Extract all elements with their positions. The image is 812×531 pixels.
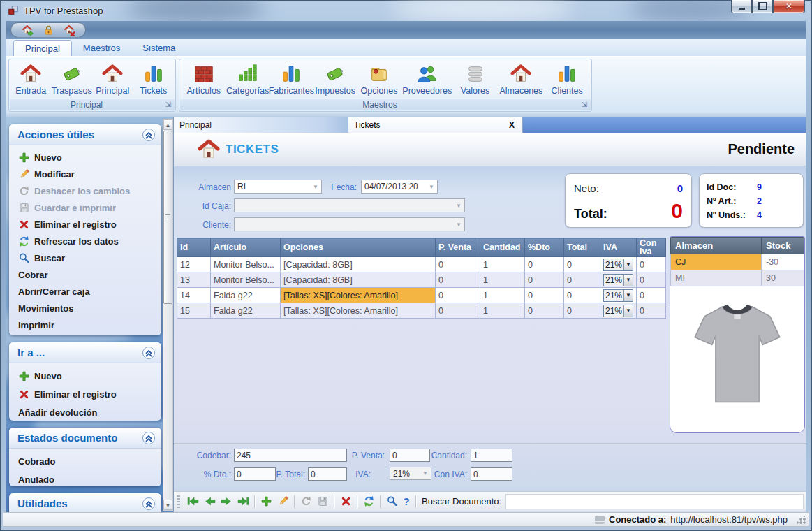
edit-record-button[interactable] bbox=[276, 495, 290, 509]
column-header-id[interactable]: Id bbox=[177, 238, 211, 257]
dialog-launcher-icon[interactable] bbox=[580, 100, 589, 110]
id-caja-combo[interactable] bbox=[234, 198, 465, 212]
cell-cantidad[interactable]: 1 bbox=[480, 303, 525, 319]
lock-icon[interactable] bbox=[43, 24, 54, 36]
chevron-down-icon[interactable] bbox=[623, 259, 633, 270]
sidebar-item-imprimir[interactable]: Imprimir bbox=[9, 317, 161, 333]
cell-cantidad[interactable]: 1 bbox=[480, 288, 525, 303]
column-header-pventa[interactable]: P. Venta bbox=[436, 238, 480, 257]
delete-record-button[interactable] bbox=[339, 495, 353, 509]
panel-header[interactable]: Ir a ... bbox=[9, 342, 161, 363]
close-button[interactable] bbox=[773, 0, 805, 13]
sidebar-item-cobrar[interactable]: Cobrar bbox=[9, 266, 161, 283]
ribbon-button-articulos[interactable]: Artículos bbox=[183, 61, 225, 99]
cell-total[interactable]: 0 bbox=[564, 303, 600, 319]
column-header-articulo[interactable]: Artículo bbox=[211, 238, 281, 257]
cell-id[interactable]: 12 bbox=[177, 257, 211, 272]
scroll-up-icon[interactable] bbox=[163, 119, 172, 130]
cell-opciones-selected[interactable]: [Tallas: XS][Colores: Amarillo] bbox=[281, 288, 436, 303]
cell-dto[interactable]: 0 bbox=[525, 257, 564, 272]
p-total-input[interactable] bbox=[308, 467, 347, 481]
cell-id[interactable]: 15 bbox=[177, 303, 211, 319]
column-header-opciones[interactable]: Opciones bbox=[281, 238, 436, 257]
search-document-input[interactable] bbox=[505, 494, 804, 509]
cell-id[interactable]: 13 bbox=[177, 272, 211, 288]
cell-p-venta[interactable]: 0 bbox=[436, 303, 480, 319]
undo-button[interactable] bbox=[299, 495, 313, 509]
ribbon-button-entrada[interactable]: Entrada bbox=[10, 61, 52, 99]
help-icon[interactable]: ? bbox=[400, 495, 413, 507]
chevron-down-icon[interactable] bbox=[623, 305, 633, 317]
add-record-button[interactable] bbox=[259, 495, 273, 509]
stock-cell-almacen[interactable]: MI bbox=[671, 270, 762, 286]
sidebar-item-modificar[interactable]: Modificar bbox=[9, 166, 161, 182]
cell-con-iva[interactable]: 0 bbox=[637, 272, 666, 288]
last-record-button[interactable] bbox=[236, 495, 250, 509]
cell-opciones[interactable]: [Tallas: XS][Colores: Amarillo] bbox=[281, 303, 436, 319]
ribbon-button-traspasos[interactable]: Traspasos bbox=[52, 61, 93, 99]
sidebar-scrollbar[interactable] bbox=[163, 119, 173, 511]
cell-opciones[interactable]: [Capacidad: 8GB] bbox=[281, 257, 436, 272]
ribbon-button-proveedores[interactable]: Proveedores bbox=[402, 61, 452, 99]
cell-cantidad[interactable]: 1 bbox=[480, 257, 525, 272]
column-header-iva[interactable]: IVA bbox=[600, 238, 637, 257]
collapse-chevron-icon[interactable] bbox=[142, 497, 156, 511]
sidebar-item-cobrado[interactable]: Cobrado bbox=[9, 452, 161, 470]
cell-dto[interactable]: 0 bbox=[525, 288, 564, 303]
ribbon-button-opciones[interactable]: Opciones bbox=[358, 61, 400, 99]
chevron-down-icon[interactable] bbox=[623, 275, 633, 286]
chevron-down-icon[interactable] bbox=[623, 290, 633, 301]
sidebar-item-eliminar-ir[interactable]: Eliminar el registro bbox=[9, 385, 161, 403]
cell-total[interactable]: 0 bbox=[564, 257, 600, 272]
cell-con-iva[interactable]: 0 bbox=[637, 303, 666, 319]
cell-articulo[interactable]: Monitor Belso... bbox=[211, 257, 281, 272]
cell-p-venta[interactable]: 0 bbox=[436, 272, 480, 288]
stock-cell-almacen[interactable]: CJ bbox=[671, 254, 762, 270]
cell-opciones[interactable]: [Capacidad: 8GB] bbox=[281, 272, 436, 288]
scrollbar-thumb[interactable] bbox=[163, 131, 172, 304]
cell-p-venta[interactable]: 0 bbox=[436, 288, 480, 303]
column-header-dto[interactable]: %Dto bbox=[525, 238, 564, 257]
ribbon-button-principal[interactable]: Principal bbox=[92, 61, 133, 99]
ribbon-button-impuestos[interactable]: Impuestos bbox=[314, 61, 356, 99]
resize-grip[interactable] bbox=[797, 516, 806, 524]
column-header-con-iva[interactable]: Con Iva bbox=[637, 238, 666, 257]
fecha-combo[interactable]: 04/07/2013 20 bbox=[361, 180, 438, 194]
collapse-chevron-icon[interactable] bbox=[142, 128, 156, 142]
open-register-icon[interactable] bbox=[22, 24, 34, 36]
cell-articulo[interactable]: Falda g22 bbox=[211, 288, 281, 303]
panel-header[interactable]: Utilidades bbox=[9, 493, 161, 512]
almacen-combo[interactable]: RI bbox=[234, 180, 322, 194]
con-iva-input[interactable] bbox=[471, 467, 512, 481]
cell-id[interactable]: 14 bbox=[177, 288, 211, 303]
sidebar-item-guardar[interactable]: Guardar e imprimir bbox=[9, 199, 161, 216]
column-header-total[interactable]: Total bbox=[564, 238, 600, 257]
previous-record-button[interactable] bbox=[202, 495, 216, 509]
sidebar-item-eliminar[interactable]: Eliminar el registro bbox=[9, 216, 161, 233]
cell-total[interactable]: 0 bbox=[564, 288, 600, 303]
cliente-combo[interactable] bbox=[234, 217, 465, 231]
column-header-cantidad[interactable]: Cantidad bbox=[480, 238, 525, 257]
ribbon-button-valores[interactable]: Valores bbox=[455, 61, 496, 99]
sidebar-item-refrescar[interactable]: Refrescar los datos bbox=[9, 233, 161, 249]
sidebar-item-abrir-cerrar-caja[interactable]: Abrir/Cerrar caja bbox=[9, 283, 161, 300]
stock-cell-stock[interactable]: -30 bbox=[762, 254, 805, 270]
codebar-input[interactable] bbox=[234, 449, 347, 462]
stock-cell-stock[interactable]: 30 bbox=[762, 270, 805, 286]
panel-header[interactable]: Acciones útiles bbox=[9, 124, 161, 145]
cantidad-input[interactable] bbox=[471, 449, 512, 462]
sidebar-item-deshacer[interactable]: Deshacer los cambios bbox=[9, 182, 161, 199]
sidebar-item-nuevo[interactable]: Nuevo bbox=[9, 149, 161, 166]
ribbon-button-tickets[interactable]: Tickets bbox=[133, 61, 175, 99]
ribbon-button-categorias[interactable]: Categorías bbox=[227, 61, 269, 99]
cell-con-iva[interactable]: 0 bbox=[637, 257, 666, 272]
sidebar-item-anulado[interactable]: Anulado bbox=[9, 470, 161, 486]
iva-combo[interactable]: 21% bbox=[603, 305, 633, 317]
stock-column-almacen[interactable]: Almacen bbox=[671, 238, 762, 254]
ribbon-button-fabricantes[interactable]: Fabricantes bbox=[270, 61, 312, 99]
iva-combo[interactable]: 21% bbox=[603, 274, 633, 286]
next-record-button[interactable] bbox=[219, 495, 233, 509]
cell-articulo[interactable]: Falda g22 bbox=[211, 303, 281, 319]
tab-sistema[interactable]: Sistema bbox=[131, 40, 186, 56]
dto-input[interactable] bbox=[234, 467, 276, 481]
